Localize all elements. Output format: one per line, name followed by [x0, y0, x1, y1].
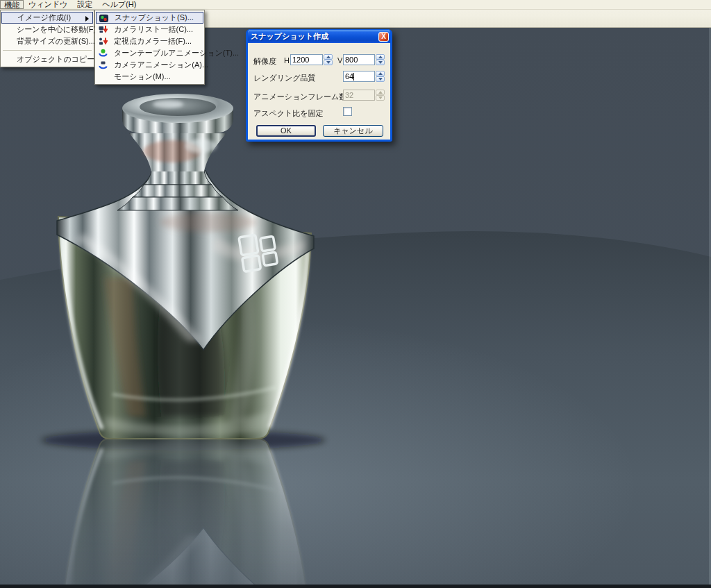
quality-label: レンダリング品質	[253, 73, 316, 83]
h-resolution-input[interactable]	[290, 54, 323, 65]
submenu-item-turntable-animation[interactable]: ターンテーブルアニメーション(T)...	[96, 47, 203, 59]
camera-list-icon	[99, 25, 108, 34]
menubar-item-help[interactable]: ヘルプ(H)	[97, 0, 141, 9]
menubar-item-function[interactable]: 機能	[0, 0, 24, 9]
spinner-down-icon[interactable]	[324, 60, 333, 65]
submenu-item-label: ターンテーブルアニメーション(T)...	[114, 49, 239, 57]
menu-item-create-image[interactable]: イメージ作成(I)	[1, 12, 93, 24]
submenu-arrow-icon	[85, 16, 89, 22]
snapshot-dialog: スナップショット作成 X 解像度 H V レンダリング品質 64 アニメーション…	[246, 29, 392, 142]
dialog-title: スナップショット作成	[248, 31, 378, 42]
menubar-item-window[interactable]: ウィンドウ	[24, 0, 72, 9]
menubar-item-settings[interactable]: 設定	[72, 0, 97, 9]
h-label: H	[284, 56, 290, 65]
turntable-animation-icon	[99, 49, 108, 58]
function-menu: イメージ作成(I) シーンを中心に移動(F)... 背景サイズの更新(S)...…	[0, 10, 94, 67]
resolution-label: 解像度	[253, 56, 276, 67]
spinner-down-icon[interactable]	[376, 76, 385, 82]
dialog-body: 解像度 H V レンダリング品質 64 アニメーションフレーム数 32 アスペク…	[248, 43, 390, 140]
submenu-item-label: カメラリスト一括(C)...	[114, 25, 193, 33]
menu-item-copy-object[interactable]: オブジェクトのコピー(C)	[1, 53, 93, 65]
spinner-up-icon	[376, 90, 385, 95]
v-resolution-stepper	[376, 54, 385, 65]
spinner-down-icon[interactable]	[376, 60, 385, 65]
cancel-button[interactable]: キャンセル	[323, 125, 383, 137]
spinner-up-icon[interactable]	[324, 54, 333, 60]
menu-item-label: イメージ作成(I)	[17, 13, 71, 22]
aspect-ratio-label: アスペクト比を固定	[253, 108, 324, 119]
frames-input: 32	[343, 90, 375, 101]
camera-animation-icon	[99, 60, 108, 69]
close-icon[interactable]: X	[378, 32, 389, 42]
menu-item-center-scene[interactable]: シーンを中心に移動(F)...	[1, 24, 93, 35]
aspect-ratio-checkbox[interactable]	[343, 107, 352, 116]
submenu-item-camera-animation[interactable]: カメラアニメーション(A)...	[96, 59, 203, 71]
v-label: V	[337, 56, 342, 65]
quality-value: 64	[345, 72, 353, 81]
submenu-item-motion[interactable]: モーション(M)...	[96, 71, 203, 83]
text-caret	[353, 73, 354, 81]
menu-bar: 機能 ウィンドウ 設定 ヘルプ(H)	[0, 0, 711, 10]
menu-separator	[3, 50, 92, 51]
spinner-down-icon	[376, 95, 385, 101]
menu-item-update-bg-size[interactable]: 背景サイズの更新(S)...	[1, 35, 93, 47]
submenu-item-label: スナップショット(S)...	[115, 13, 194, 22]
create-image-submenu: スナップショット(S)... カメラリスト一括(C)... 定視点カメラ一括(F…	[94, 10, 205, 85]
submenu-item-camera-list[interactable]: カメラリスト一括(C)...	[96, 24, 203, 35]
quality-stepper	[376, 71, 385, 82]
quality-input[interactable]: 64	[343, 71, 375, 82]
ok-button[interactable]: OK	[256, 125, 316, 137]
submenu-item-snapshot[interactable]: スナップショット(S)...	[96, 12, 203, 24]
v-resolution-input[interactable]	[343, 54, 375, 65]
snapshot-icon	[99, 14, 108, 23]
frames-label: アニメーションフレーム数	[253, 92, 346, 102]
submenu-item-fixed-viewpoint-camera[interactable]: 定視点カメラ一括(F)...	[96, 35, 203, 47]
spinner-up-icon[interactable]	[376, 54, 385, 60]
dialog-titlebar[interactable]: スナップショット作成 X	[248, 30, 390, 43]
frames-stepper	[376, 90, 385, 101]
submenu-item-label: 定視点カメラ一括(F)...	[114, 37, 192, 45]
h-resolution-stepper	[324, 54, 333, 65]
fixed-viewpoint-camera-icon	[99, 37, 108, 46]
submenu-item-label: カメラアニメーション(A)...	[114, 60, 208, 69]
spinner-up-icon[interactable]	[376, 71, 385, 76]
